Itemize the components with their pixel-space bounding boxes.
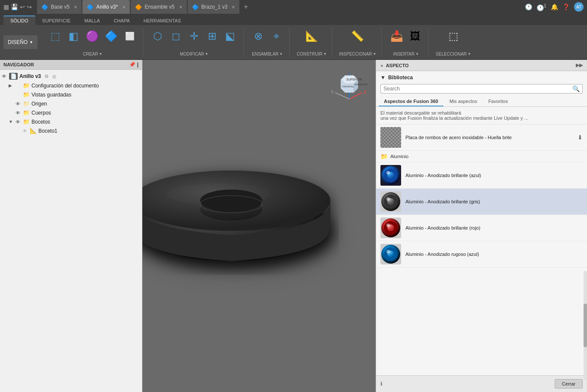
expand-right-icon[interactable]: ▶▶ [576, 62, 583, 68]
nav-pin-icon[interactable]: 📌 [129, 62, 135, 68]
eye-icon-anillo[interactable]: 👁 [2, 74, 6, 79]
collapse-left-icon[interactable]: ● [380, 63, 383, 68]
eye-icon-origen[interactable]: 👁 [16, 101, 20, 106]
tab-ensamble[interactable]: 🔶 Ensamble v5 ✕ [131, 0, 186, 14]
undo-icon[interactable]: ↩ [20, 3, 25, 10]
svg-point-30 [386, 197, 390, 201]
cuerpos-label: Cuerpos [31, 110, 51, 116]
crear-new-body-button[interactable]: ⬚ [48, 29, 63, 44]
tree-item-config[interactable]: ▶ 👁 📁 Configuración del documento [0, 81, 142, 90]
tab-anillo-icon: 🔷 [87, 4, 94, 10]
material-item-gris[interactable]: Aluminio - Anodizado brillante (gris) [376, 189, 587, 215]
modificar-move-button[interactable]: ✛ [186, 29, 202, 44]
download-icon[interactable]: ⬇ [578, 134, 583, 141]
decal-icon: 🖼 [410, 30, 421, 42]
cerrar-button[interactable]: Cerrar [555, 379, 583, 389]
ribbon-tab-chapa[interactable]: CHAPA [107, 16, 137, 25]
folder-aluminio-label: Aluminio [390, 154, 408, 159]
tab-favoritos[interactable]: Favoritos [483, 97, 513, 106]
tree-item-bocetos[interactable]: ▼ 👁 📁 Bocetos [0, 117, 142, 126]
shell-icon: ◻ [172, 30, 180, 42]
tab-anillo-label: Anillo v3* [96, 4, 118, 10]
redo-icon[interactable]: ↪ [27, 3, 32, 10]
seleccionar-select-button[interactable]: ⬚ [446, 29, 461, 44]
origen-label: Origen [31, 101, 47, 107]
diseno-label: DISEÑO [8, 39, 28, 45]
material-item-placa[interactable]: Placa de rombos de acero inoxidable - Hu… [376, 124, 587, 151]
modificar-push-button[interactable]: ⬡ [150, 29, 166, 44]
ribbon-tab-superficie[interactable]: SUPERFICIE [35, 16, 78, 25]
material-name-gris: Aluminio - Anodizado brillante (gris) [405, 199, 583, 204]
crear-box-button[interactable]: 🔷 [103, 29, 119, 44]
modificar-align-button[interactable]: ⊞ [204, 29, 220, 44]
eye-icon-bocetos[interactable]: 👁 [16, 119, 20, 124]
tab-brazo[interactable]: 🔷 Brazo_1 v3 ✕ [188, 0, 240, 14]
tab-fusion360[interactable]: Aspectos de Fusion 360 [379, 97, 443, 106]
modificar-split-button[interactable]: ⬕ [223, 29, 238, 44]
modificar-shell-button[interactable]: ◻ [168, 29, 184, 44]
eye-icon-config[interactable]: 👁 [16, 83, 20, 88]
tree-item-vistas[interactable]: ▶ 👁 📁 Vistas guardadas [0, 90, 142, 99]
footer-info-icon[interactable]: ℹ [380, 381, 383, 387]
tree-item-cuerpos[interactable]: ▶ 👁 📁 Cuerpos [0, 108, 142, 117]
folder-aluminio[interactable]: 📁 Aluminio [376, 151, 587, 162]
view-cube-gizmo[interactable]: Z X Y SUPERIOR DERECHO FRONTAL [330, 67, 369, 106]
tab-brazo-label: Brazo_1 v3 [201, 4, 228, 10]
add-tab-button[interactable]: + [240, 3, 251, 11]
ensamblar-joint-button[interactable]: ⊗ [251, 29, 266, 44]
inspeccionar-measure-button[interactable]: 📏 [349, 29, 366, 44]
import-icon: 📥 [390, 30, 403, 42]
scrollbar-thumb[interactable] [584, 304, 587, 347]
eye-icon-vistas[interactable]: 👁 [16, 92, 20, 97]
tab-base-close[interactable]: ✕ [74, 5, 77, 9]
scrollbar-track[interactable] [584, 271, 587, 380]
insertar-import-button[interactable]: 📥 [389, 29, 405, 44]
notifications-badge[interactable]: 🕐1 [537, 3, 546, 11]
construir-plane-button[interactable]: 📐 [304, 29, 320, 44]
tab-mis-aspectos[interactable]: Mis aspectos [444, 97, 482, 106]
crear-extrude-button[interactable]: ◧ [66, 29, 82, 44]
folder-aluminio-icon: 📁 [380, 153, 388, 160]
anillo-doc-icon: 📄 [9, 73, 18, 80]
biblioteca-arrow[interactable]: ▼ [380, 75, 386, 81]
tab-base-icon: 🔷 [41, 4, 48, 10]
material-item-rojo[interactable]: Aluminio - Anodizado brillante (rojo) [376, 215, 587, 241]
viewport[interactable]: Z X Y SUPERIOR DERECHO FRONTAL [142, 60, 376, 392]
tab-ensamble-close[interactable]: ✕ [179, 5, 182, 9]
anillo-settings-icon[interactable]: ⚙ [44, 74, 49, 79]
insertar-decal-button[interactable]: 🖼 [408, 29, 423, 44]
ribbon-content: DISEÑO ▼ ⬚ ◧ 🟣 🔷 ⬜ [0, 25, 587, 59]
eye-icon-cuerpos[interactable]: 👁 [16, 110, 20, 115]
ribbon-tab-herramientas[interactable]: HERRAMIENTAS [137, 16, 188, 25]
anillo-target-icon[interactable]: ◎ [52, 74, 57, 79]
app-menu-icon[interactable]: ▦ [3, 3, 9, 10]
help-icon[interactable]: ❓ [562, 3, 570, 10]
anillo-label: Anillo v3 [19, 73, 41, 79]
crear-revolve-button[interactable]: 🟣 [84, 29, 100, 44]
tree-item-origen[interactable]: ▶ 👁 📁 Origen [0, 99, 142, 108]
save-icon[interactable]: 💾 [11, 3, 18, 10]
material-item-azul[interactable]: Aluminio - Anodizado brillante (azul) [376, 162, 587, 189]
tab-brazo-close[interactable]: ✕ [232, 5, 235, 9]
eye-icon-boceto1[interactable]: 👁 [22, 128, 27, 134]
tab-anillo-close[interactable]: ✕ [122, 5, 126, 9]
bell-icon[interactable]: 🔔 [551, 3, 558, 10]
search-input[interactable] [383, 86, 572, 92]
crear-more-button[interactable]: ⬜ [122, 30, 138, 42]
ribbon-tab-solido[interactable]: SÓLIDO [3, 16, 35, 25]
tree-item-anillo[interactable]: 👁 📄 Anillo v3 ⚙ ◎ [0, 72, 142, 81]
ribbon-group-insertar: 📥 🖼 INSERTAR ▼ [383, 27, 429, 57]
tree-item-boceto1[interactable]: ▶ 👁 📐 Boceto1 [0, 126, 142, 135]
diseno-button[interactable]: DISEÑO ▼ [3, 35, 38, 49]
svg-text:X: X [364, 90, 367, 95]
construir-icons: 📐 [304, 27, 320, 44]
ribbon-tab-malla[interactable]: MALLA [78, 16, 107, 25]
svg-point-6 [200, 190, 262, 212]
tab-base[interactable]: 🔷 Base v5 ✕ [37, 0, 82, 14]
ensamblar-ground-button[interactable]: ⌖ [269, 29, 284, 44]
user-avatar[interactable]: AT [574, 2, 584, 12]
nav-collapse-icon[interactable]: | [137, 62, 138, 68]
material-item-rugoso-azul[interactable]: Aluminio - Anodizado rugoso (azul) [376, 241, 587, 268]
history-icon[interactable]: 🕐 [525, 3, 532, 10]
tab-anillo[interactable]: 🔷 Anillo v3* ✕ [82, 0, 130, 14]
